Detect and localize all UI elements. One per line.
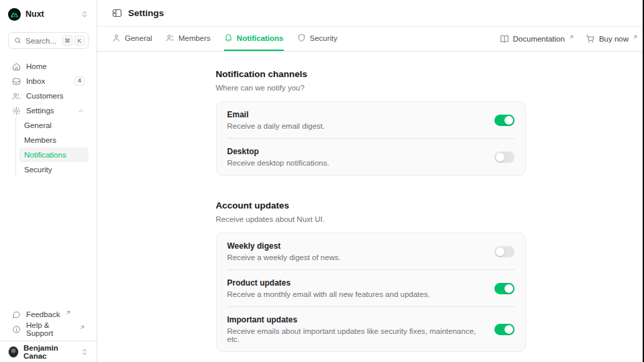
section-subtitle: Where can we notify you? — [216, 84, 526, 92]
cart-icon — [586, 34, 595, 44]
sidebar-item-label: Customers — [26, 92, 64, 100]
settings-subnav: General Members Notifications Security — [15, 118, 89, 177]
book-icon — [500, 34, 509, 44]
shield-icon — [297, 34, 306, 42]
settings-content: Notification channels Where can we notif… — [97, 52, 644, 362]
sidebar-item-inbox[interactable]: Inbox 4 — [8, 74, 89, 88]
toggle-knob — [496, 153, 504, 162]
section-subtitle: Receive updates about Nuxt UI. — [216, 215, 526, 223]
sidebar-item-notifications[interactable]: Notifications — [19, 147, 89, 162]
sidebar-item-label: Settings — [26, 107, 54, 115]
users-icon — [166, 34, 174, 42]
tab-security[interactable]: Security — [297, 27, 338, 51]
home-icon — [12, 62, 21, 71]
search-shortcut: ⌘K — [62, 36, 85, 46]
settings-card: Email Receive a daily email digest. Desk… — [216, 101, 526, 176]
sidebar-item-security[interactable]: Security — [19, 162, 89, 177]
sidebar: Nuxt Search... ⌘K Home Inbox 4 Customers — [0, 0, 97, 362]
weekly-digest-toggle[interactable] — [494, 246, 515, 257]
external-link-icon — [633, 35, 637, 40]
sidebar-item-customers[interactable]: Customers — [8, 88, 89, 103]
feedback-link[interactable]: Feedback — [8, 307, 89, 322]
sidebar-item-members[interactable]: Members — [19, 133, 89, 147]
page-header: Settings — [97, 0, 644, 27]
panel-left-icon[interactable] — [112, 8, 122, 18]
setting-row-weekly-digest: Weekly digest Receive a weekly digest of… — [217, 233, 525, 269]
inbox-count-badge: 4 — [74, 76, 85, 86]
sidebar-item-settings[interactable]: Settings — [8, 103, 89, 118]
kbd-meta: ⌘ — [62, 36, 72, 46]
chat-bubble-icon — [12, 310, 21, 319]
search-input[interactable]: Search... ⌘K — [8, 32, 89, 49]
gear-icon — [12, 107, 21, 115]
tabs: General Members Notifications Security — [112, 27, 337, 51]
setting-row-desktop: Desktop Receive desktop notifications. — [217, 139, 525, 175]
sidebar-footer: Feedback Help & Support — [8, 307, 89, 341]
search-placeholder: Search... — [25, 37, 58, 45]
toggle-knob — [504, 325, 513, 334]
chevron-up-icon — [77, 107, 85, 115]
sidebar-nav: Home Inbox 4 Customers Settings General … — [8, 59, 89, 177]
bell-icon — [224, 34, 233, 42]
person-icon — [112, 34, 121, 42]
main-area: Settings General Members Notifications — [97, 0, 644, 362]
section-title: Notification channels — [216, 69, 526, 79]
setting-description: Receive emails about important updates l… — [227, 327, 484, 343]
setting-row-email: Email Receive a daily email digest. — [217, 102, 525, 138]
setting-title: Product updates — [227, 278, 430, 288]
sidebar-item-general[interactable]: General — [19, 118, 89, 133]
tab-members[interactable]: Members — [166, 27, 211, 51]
search-icon — [14, 37, 21, 44]
setting-description: Receive a monthly email with all new fea… — [227, 290, 430, 298]
setting-description: Receive desktop notifications. — [227, 159, 329, 167]
chevron-up-down-icon — [80, 348, 89, 356]
workspace-switcher[interactable]: Nuxt — [8, 7, 89, 21]
external-link-icon — [569, 35, 574, 40]
user-menu[interactable]: Benjamin Canac — [8, 341, 89, 362]
section-notification-channels: Notification channels Where can we notif… — [216, 69, 526, 176]
toggle-knob — [504, 284, 513, 293]
inbox-icon — [12, 77, 21, 86]
section-title: Account updates — [216, 200, 526, 210]
product-updates-toggle[interactable] — [494, 283, 515, 294]
important-updates-toggle[interactable] — [494, 324, 515, 335]
tab-general[interactable]: General — [112, 27, 152, 51]
setting-title: Desktop — [227, 147, 329, 156]
toggle-knob — [496, 247, 504, 256]
page-title: Settings — [128, 8, 164, 18]
email-toggle[interactable] — [494, 115, 515, 126]
chevron-up-down-icon — [80, 10, 89, 18]
app-window: Nuxt Search... ⌘K Home Inbox 4 Customers — [0, 0, 644, 362]
workspace-name: Nuxt — [25, 9, 44, 19]
info-circle-icon — [12, 325, 21, 334]
nuxt-logo-icon — [8, 8, 21, 21]
external-link-icon — [66, 310, 70, 315]
buy-now-link[interactable]: Buy now — [586, 34, 637, 44]
setting-title: Email — [227, 110, 325, 119]
sidebar-item-label: Home — [26, 62, 47, 70]
setting-description: Receive a daily email digest. — [227, 122, 325, 130]
setting-description: Receive a weekly digest of news. — [227, 253, 341, 261]
tab-notifications[interactable]: Notifications — [224, 27, 284, 51]
user-name: Benjamin Canac — [23, 344, 76, 360]
avatar — [8, 346, 19, 358]
header-actions: Documentation Buy now — [500, 27, 637, 51]
users-icon — [12, 92, 21, 101]
setting-title: Important updates — [227, 315, 484, 324]
sidebar-item-home[interactable]: Home — [8, 59, 89, 74]
documentation-link[interactable]: Documentation — [500, 34, 574, 44]
sidebar-item-label: Inbox — [26, 77, 45, 85]
sidebar-spacer — [8, 177, 89, 307]
section-account-updates: Account updates Receive updates about Nu… — [216, 200, 526, 352]
help-support-link[interactable]: Help & Support — [8, 322, 89, 337]
tab-bar: General Members Notifications Security — [97, 27, 644, 52]
toggle-knob — [504, 116, 513, 125]
external-link-icon — [80, 325, 85, 330]
desktop-toggle[interactable] — [494, 152, 515, 163]
settings-card: Weekly digest Receive a weekly digest of… — [216, 233, 526, 352]
setting-title: Weekly digest — [227, 241, 341, 251]
kbd-k: K — [74, 36, 85, 46]
setting-row-important-updates: Important updates Receive emails about i… — [217, 307, 525, 351]
setting-row-product-updates: Product updates Receive a monthly email … — [217, 270, 525, 306]
